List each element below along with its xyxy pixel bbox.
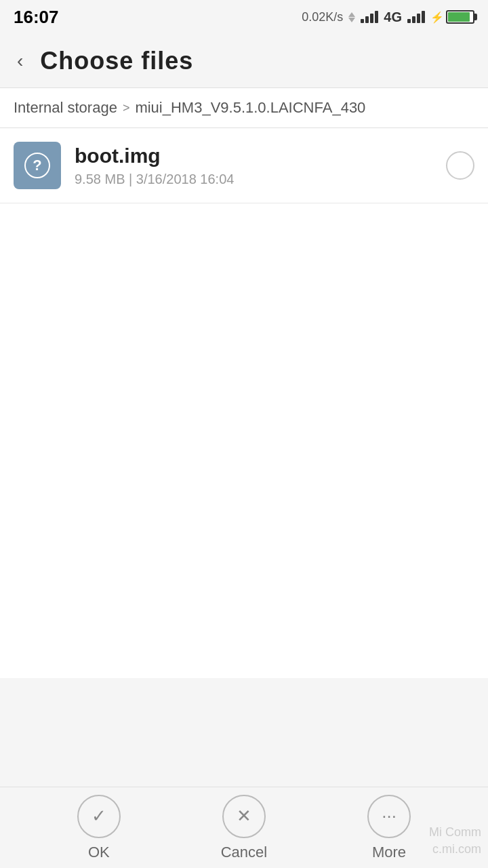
- file-unknown-icon: ?: [24, 153, 50, 178]
- more-circle-button[interactable]: ···: [367, 795, 411, 838]
- charging-icon: ⚡: [430, 11, 444, 24]
- watermark: Mi Comm c.mi.com: [429, 824, 481, 858]
- file-list: ? boot.img 9.58 MB | 3/16/2018 16:04: [0, 128, 488, 203]
- cancel-label: Cancel: [221, 844, 267, 861]
- page-title: Choose files: [40, 47, 193, 75]
- cancel-circle-button[interactable]: ✕: [222, 795, 266, 838]
- network-type: 4G: [384, 9, 402, 25]
- breadcrumb-separator: >: [123, 101, 130, 115]
- back-button[interactable]: ‹: [14, 47, 26, 75]
- breadcrumb: Internal storage > miui_HM3_V9.5.1.0.LAI…: [0, 88, 488, 128]
- breadcrumb-root[interactable]: Internal storage: [14, 99, 117, 117]
- ok-label: OK: [88, 844, 110, 861]
- file-meta: 9.58 MB | 3/16/2018 16:04: [75, 172, 432, 187]
- header: ‹ Choose files: [0, 34, 488, 88]
- empty-file-area: [0, 203, 488, 678]
- ok-circle-button[interactable]: ✓: [77, 795, 121, 838]
- signal-bars-icon: [361, 11, 378, 23]
- more-label: More: [372, 844, 406, 861]
- breadcrumb-folder[interactable]: miui_HM3_V9.5.1.0.LAICNFA_430: [135, 99, 365, 117]
- more-action[interactable]: ··· More: [367, 795, 411, 861]
- ok-action[interactable]: ✓ OK: [77, 795, 121, 861]
- file-type-icon: ?: [14, 142, 61, 189]
- battery-icon: [446, 10, 474, 24]
- file-size: 9.58 MB: [75, 172, 125, 186]
- battery-indicator: ⚡: [430, 10, 474, 24]
- file-info: boot.img 9.58 MB | 3/16/2018 16:04: [75, 144, 432, 187]
- ok-icon: ✓: [92, 806, 106, 827]
- watermark-line2: c.mi.com: [429, 841, 481, 858]
- file-name: boot.img: [75, 144, 432, 167]
- file-date: 3/16/2018 16:04: [136, 172, 235, 186]
- bottom-action-bar: ✓ OK ✕ Cancel ··· More: [0, 787, 488, 868]
- file-select-radio[interactable]: [446, 151, 474, 180]
- data-arrows-icon: [348, 12, 355, 22]
- cancel-icon: ✕: [237, 806, 251, 827]
- file-meta-separator: |: [129, 172, 136, 186]
- signal-bars-2-icon: [407, 11, 425, 23]
- status-time: 16:07: [14, 7, 59, 28]
- cancel-action[interactable]: ✕ Cancel: [221, 795, 267, 861]
- watermark-line1: Mi Comm: [429, 824, 481, 841]
- network-speed: 0.02K/s: [302, 10, 343, 24]
- status-bar: 16:07 0.02K/s 4G ⚡: [0, 0, 488, 34]
- status-right: 0.02K/s 4G ⚡: [302, 9, 474, 25]
- more-icon: ···: [382, 806, 396, 827]
- table-row[interactable]: ? boot.img 9.58 MB | 3/16/2018 16:04: [0, 128, 488, 203]
